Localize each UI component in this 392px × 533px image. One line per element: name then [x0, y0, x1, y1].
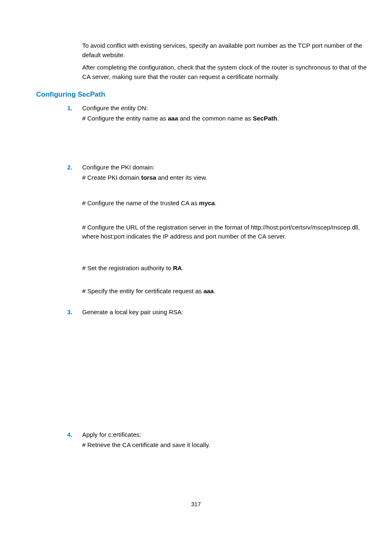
step-1: 1. Configure the entity DN: [36, 104, 367, 111]
step-4: 4. Apply for c:ertificates: [36, 431, 367, 438]
step-4-detail: # Retrieve the CA certificate and save i… [82, 440, 367, 450]
text: # Configure the entity name as [82, 115, 168, 122]
text: and enter its view. [156, 174, 207, 181]
step-title: Configure the entity DN: [82, 104, 367, 111]
text: # Set the registration authority to [82, 264, 173, 271]
step-number: 4. [36, 431, 82, 438]
section-heading: Configuring SecPath [36, 90, 367, 99]
step-number: 1. [36, 104, 82, 111]
document-page: To avoid conflict with existing services… [0, 0, 392, 450]
text: # Create PKI domain [82, 174, 141, 181]
step-2-detail-a: # Create PKI domain torsa and enter its … [82, 173, 367, 183]
step-3: 3. Generate a local key pair using RSA: [36, 308, 367, 315]
intro-paragraph-2: After completing the configuration, chec… [82, 63, 367, 81]
bold-text: aaa [203, 287, 214, 294]
bold-text: SecPath [253, 115, 277, 122]
step-title: Apply for c:ertificates: [82, 431, 367, 438]
step-1-detail: # Configure the entity name as aaa and t… [82, 114, 367, 123]
text: # Specify the entity for certificate req… [82, 287, 203, 294]
step-2-detail-d: # Set the registration authority to RA. [82, 264, 367, 273]
bold-text: aaa [168, 115, 178, 122]
text: # Configure the name of the trusted CA a… [82, 199, 199, 206]
step-title: Generate a local key pair using RSA: [82, 308, 367, 315]
intro-paragraph-1: To avoid conflict with existing services… [82, 41, 367, 60]
step-2-detail-c: # Configure the URL of the registration … [82, 223, 367, 241]
bold-text: myca [199, 199, 214, 206]
step-2-detail-b: # Configure the name of the trusted CA a… [82, 199, 367, 208]
bold-text: torsa [141, 174, 156, 181]
text: . [277, 115, 279, 122]
text: . [214, 287, 215, 294]
text: and the common name as [178, 115, 253, 122]
step-2: 2. Configure the PKI domain: [36, 164, 367, 171]
text: . [182, 264, 184, 271]
step-title: Configure the PKI domain: [82, 164, 367, 171]
step-number: 3. [36, 308, 82, 315]
bold-text: RA [173, 264, 182, 271]
text: . [215, 199, 217, 206]
step-2-detail-e: # Specify the entity for certificate req… [82, 287, 367, 296]
step-number: 2. [36, 164, 82, 171]
page-number: 317 [0, 501, 392, 508]
